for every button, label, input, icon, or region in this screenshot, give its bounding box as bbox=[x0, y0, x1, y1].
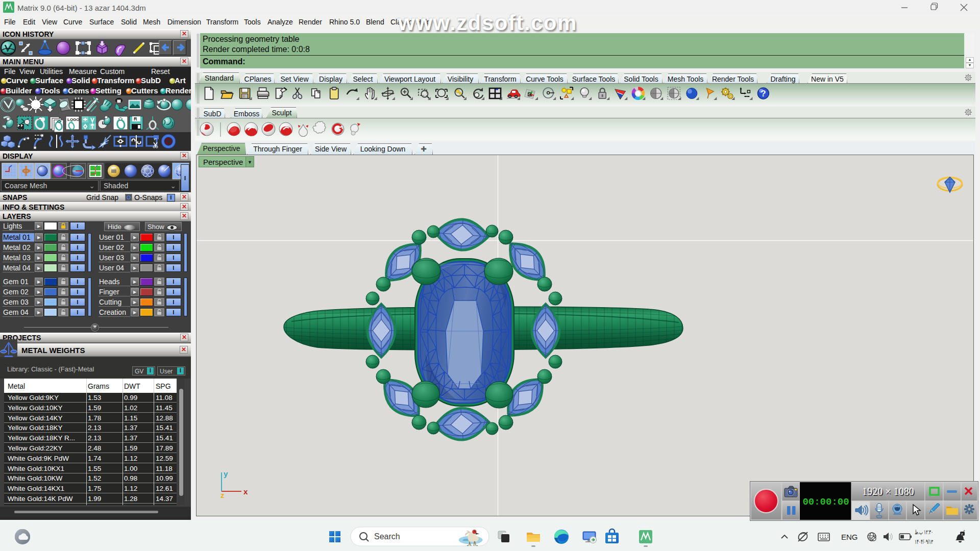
svg-text:00:00:00: 00:00:00 bbox=[802, 496, 849, 508]
svg-text:z: z bbox=[220, 491, 225, 499]
svg-text:y: y bbox=[224, 469, 228, 478]
svg-text:۱۴۰۴/۰۹/۱۳: ۱۴۰۴/۰۹/۱۳ bbox=[915, 538, 934, 545]
svg-text:x: x bbox=[243, 487, 248, 496]
svg-text:980 × 551: 980 × 551 bbox=[862, 486, 914, 497]
svg-text:Search: Search bbox=[374, 532, 400, 541]
svg-text:R: R bbox=[134, 116, 137, 121]
svg-text:?: ? bbox=[761, 89, 766, 98]
svg-text:z: z bbox=[961, 532, 963, 536]
svg-text:z: z bbox=[964, 529, 965, 532]
svg-text:LOGO: LOGO bbox=[67, 117, 80, 122]
svg-text:ENG: ENG bbox=[841, 533, 858, 541]
svg-text:۱۲:۳۰ ب.ظ: ۱۲:۳۰ ب.ظ bbox=[915, 529, 933, 535]
